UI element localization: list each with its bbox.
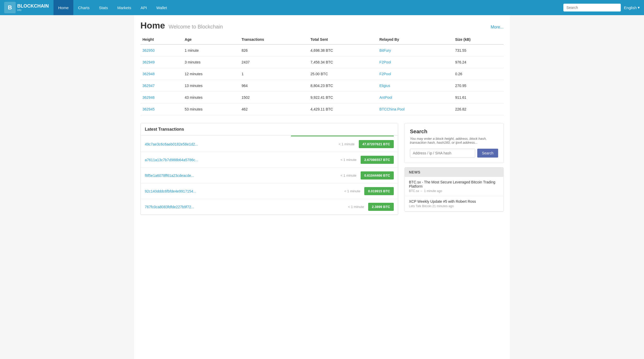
relayed-by-link[interactable]: Eligius	[379, 84, 390, 88]
block-height-link[interactable]: 362945	[142, 107, 155, 111]
block-height-link[interactable]: 362946	[142, 95, 155, 100]
cell-total-sent: 8,804.23 BTC	[308, 80, 377, 92]
news-item: BTC.sx - The Most Secure Leveraged Bitco…	[405, 177, 503, 196]
page-title: Home	[140, 20, 165, 30]
nav-item-stats[interactable]: Stats	[94, 0, 112, 15]
transactions-panel: Latest Transactions 49c7ae3c6c6aeb0182e5…	[140, 123, 398, 215]
transaction-row: 92c140dddc6fbfde4e9917154... < 1 minute …	[141, 183, 398, 199]
brand-logo: B	[4, 2, 16, 13]
search-panel-input[interactable]	[410, 149, 475, 158]
navbar: B BLOCKCHAIN info Home Charts Stats Mark…	[0, 0, 644, 15]
cell-height: 362946	[140, 92, 183, 103]
news-header: NEWS	[405, 167, 503, 177]
tx-hash-link[interactable]: f8f5e1a6078ff61a23cdeacde...	[145, 173, 336, 178]
tx-amount: 2.3899 BTC	[368, 203, 394, 211]
transaction-row: f8f5e1a6078ff61a23cdeacde... < 1 minute …	[141, 168, 398, 183]
cell-age: 43 minutes	[183, 92, 240, 103]
tx-amount: 0.019915 BTC	[364, 187, 394, 195]
search-panel-button[interactable]: Search	[477, 149, 498, 158]
brand-letter: B	[8, 4, 12, 11]
tx-hash-link[interactable]: 49c7ae3c6c6aeb0182e58e1d2...	[145, 142, 335, 146]
cell-size: 270.95	[453, 80, 504, 92]
cell-height: 362949	[140, 56, 183, 68]
cell-transactions: 826	[240, 44, 308, 56]
cell-age: 1 minute	[183, 44, 240, 56]
cell-height: 362945	[140, 103, 183, 115]
tx-amount: 47.87207621 BTC	[359, 140, 394, 148]
blocks-table: Height Age Transactions Total Sent Relay…	[140, 35, 504, 115]
nav-item-api[interactable]: API	[136, 0, 152, 15]
cell-relayed-by: Eligius	[377, 80, 453, 92]
table-row: 362948 12 minutes 1 25.00 BTC F2Pool 0.2…	[140, 68, 504, 80]
page-header: Home Welcome to Blockchain More...	[140, 20, 504, 31]
relayed-by-link[interactable]: AntPool	[379, 95, 392, 100]
tx-hash-link[interactable]: 92c140dddc6fbfde4e9917154...	[145, 189, 340, 193]
news-title[interactable]: XCP Weekly Update #5 with Robert Ross	[409, 199, 499, 204]
tx-time: < 1 minute	[339, 142, 355, 146]
cell-height: 362947	[140, 80, 183, 92]
more-link[interactable]: More...	[491, 25, 504, 30]
nav-items: Home Charts Stats Markets API Wallet	[53, 0, 563, 15]
cell-total-sent: 4,698.38 BTC	[308, 44, 377, 56]
tx-time: < 1 minute	[341, 173, 356, 177]
table-row: 362949 3 minutes 2437 7,458.34 BTC F2Poo…	[140, 56, 504, 68]
transaction-row: a7611a13c7b7d988b64a5786c... < 1 minute …	[141, 152, 398, 168]
relayed-by-link[interactable]: F2Pool	[379, 60, 391, 64]
cell-total-sent: 4,429.11 BTC	[308, 103, 377, 115]
nav-item-markets[interactable]: Markets	[112, 0, 136, 15]
tx-amount: 0.61044466 BTC	[361, 171, 394, 180]
col-height: Height	[140, 35, 183, 44]
cell-transactions: 964	[240, 80, 308, 92]
brand-sub: info	[17, 9, 49, 11]
news-list: BTC.sx - The Most Secure Leveraged Bitco…	[405, 177, 503, 211]
search-panel-description: You may enter a block height, address, b…	[410, 137, 498, 144]
block-height-link[interactable]: 362948	[142, 72, 155, 76]
tx-time: < 1 minute	[344, 189, 360, 193]
block-height-link[interactable]: 362947	[142, 84, 155, 88]
table-row: 362950 1 minute 826 4,698.38 BTC BitFury…	[140, 44, 504, 56]
right-panel: Search You may enter a block height, add…	[404, 123, 504, 212]
news-meta: BTC.sx ← 1 minute ago	[409, 189, 499, 193]
col-age: Age	[183, 35, 240, 44]
cell-transactions: 1	[240, 68, 308, 80]
cell-size: 731.55	[453, 44, 504, 56]
tx-time: < 1 minute	[348, 205, 364, 209]
table-row: 362947 13 minutes 964 8,804.23 BTC Eligi…	[140, 80, 504, 92]
block-height-link[interactable]: 362949	[142, 60, 155, 64]
cell-age: 3 minutes	[183, 56, 240, 68]
tx-hash-link[interactable]: 767fc0ca8083fdfde227b9f72...	[145, 205, 344, 209]
transaction-list: 49c7ae3c6c6aeb0182e58e1d2... < 1 minute …	[141, 136, 398, 215]
nav-item-wallet[interactable]: Wallet	[152, 0, 172, 15]
navbar-search-input[interactable]	[563, 4, 621, 11]
relayed-by-link[interactable]: BitFury	[379, 48, 391, 53]
cell-size: 0.26	[453, 68, 504, 80]
page-title-area: Home Welcome to Blockchain	[140, 20, 223, 31]
transaction-row: 49c7ae3c6c6aeb0182e58e1d2... < 1 minute …	[141, 136, 398, 152]
language-selector[interactable]: English ▾	[624, 5, 640, 10]
cell-relayed-by: F2Pool	[377, 68, 453, 80]
search-panel: Search You may enter a block height, add…	[404, 123, 504, 163]
transactions-panel-title: Latest Transactions	[141, 123, 398, 136]
tx-hash-link[interactable]: a7611a13c7b7d988b64a5786c...	[145, 158, 336, 162]
col-size: Size (kB)	[453, 35, 504, 44]
cell-height: 362950	[140, 44, 183, 56]
bottom-section: Latest Transactions 49c7ae3c6c6aeb0182e5…	[140, 123, 504, 215]
col-total-sent: Total Sent	[308, 35, 377, 44]
tx-time: < 1 minute	[341, 158, 356, 162]
cell-age: 12 minutes	[183, 68, 240, 80]
table-row: 362945 53 minutes 462 4,429.11 BTC BTCCh…	[140, 103, 504, 115]
col-transactions: Transactions	[240, 35, 308, 44]
relayed-by-link[interactable]: BTCChina Pool	[379, 107, 405, 111]
nav-item-home[interactable]: Home	[53, 0, 73, 15]
relayed-by-link[interactable]: F2Pool	[379, 72, 391, 76]
block-height-link[interactable]: 362950	[142, 48, 155, 53]
language-label: English	[624, 5, 637, 10]
news-title[interactable]: BTC.sx - The Most Secure Leveraged Bitco…	[409, 180, 499, 188]
cell-relayed-by: BitFury	[377, 44, 453, 56]
brand: B BLOCKCHAIN info	[4, 2, 49, 13]
cell-relayed-by: BTCChina Pool	[377, 103, 453, 115]
cell-size: 911.61	[453, 92, 504, 103]
news-panel: NEWS BTC.sx - The Most Secure Leveraged …	[404, 167, 504, 212]
nav-item-charts[interactable]: Charts	[73, 0, 94, 15]
main-content: Home Welcome to Blockchain More... Heigh…	[134, 15, 510, 359]
